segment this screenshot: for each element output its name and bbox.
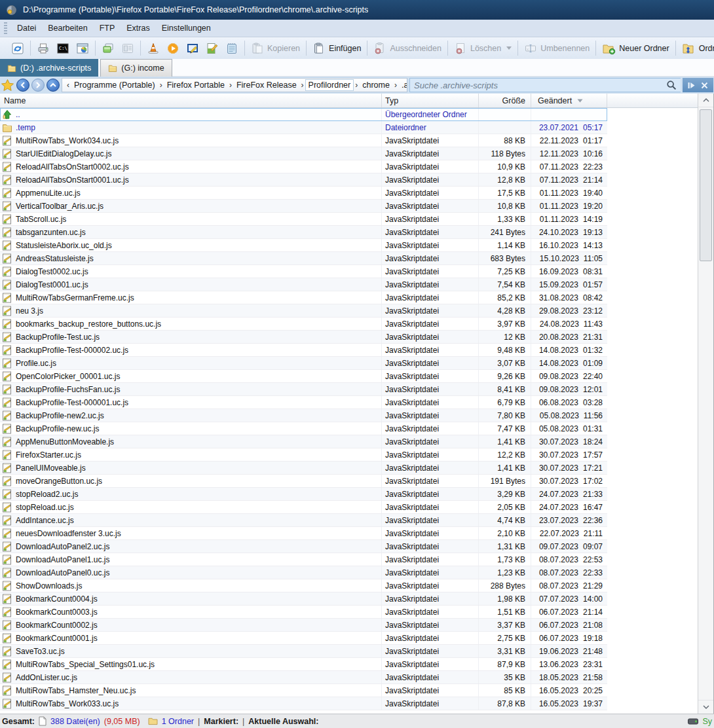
- folder-tab[interactable]: (G:) income: [100, 59, 172, 77]
- delete-dropdown-icon[interactable]: [506, 46, 512, 50]
- clear-search-icon[interactable]: [701, 82, 708, 89]
- file-row[interactable]: neu 3.js JavaSkriptdatei 4,28 KB 29.08.2…: [0, 304, 698, 318]
- edit-page-button[interactable]: [202, 39, 222, 57]
- breadcrumb-segment[interactable]: Profilordner: [305, 79, 354, 91]
- search-input[interactable]: Suche .archive-scripts: [409, 78, 681, 92]
- column-header-modified[interactable]: Geändert: [531, 94, 607, 107]
- menu-bearbeiten[interactable]: Bearbeiten: [42, 22, 93, 35]
- vlc-button[interactable]: [143, 39, 163, 57]
- file-row[interactable]: .. Übergeordneter Ordner: [0, 108, 698, 121]
- notes-button[interactable]: [222, 39, 242, 57]
- menu-datei[interactable]: Datei: [11, 22, 42, 35]
- file-row[interactable]: FirefoxStarter.uc.js JavaSkriptdatei 12,…: [0, 448, 698, 462]
- column-header-name[interactable]: Name: [0, 94, 382, 107]
- breadcrumb-segment[interactable]: .archive-scripts: [398, 79, 407, 91]
- file-row[interactable]: DownloadAutoPanel0.uc.js JavaSkriptdatei…: [0, 566, 698, 579]
- breadcrumb-segment[interactable]: chrome: [359, 79, 393, 91]
- folder-tab[interactable]: (D:) .archive-scripts: [0, 59, 98, 77]
- file-size: 3,97 KB: [479, 318, 531, 330]
- file-row[interactable]: stopReload2.uc.js JavaSkriptdatei 3,29 K…: [0, 488, 698, 501]
- file-row[interactable]: BackupProfile-FuchsFan.uc.js JavaSkriptd…: [0, 383, 698, 396]
- file-row[interactable]: BackupProfile-Test-000002.uc.js JavaSkri…: [0, 344, 698, 357]
- file-row[interactable]: BookmarkCount0002.js JavaSkriptdatei 3,3…: [0, 619, 698, 632]
- file-row[interactable]: BookmarkCount0004.js JavaSkriptdatei 1,9…: [0, 592, 698, 606]
- file-row[interactable]: VerticalToolbar_Aris.uc.js JavaSkriptdat…: [0, 200, 698, 213]
- file-row[interactable]: tabsganzunten.uc.js JavaSkriptdatei 241 …: [0, 226, 698, 239]
- screen-edit-button[interactable]: [183, 39, 202, 57]
- column-header-size[interactable]: Größe: [479, 94, 531, 107]
- menu-einstellungen[interactable]: Einstellungen: [156, 22, 217, 35]
- file-row[interactable]: DialogTest0001.uc.js JavaSkriptdatei 7,5…: [0, 278, 698, 291]
- file-row[interactable]: MultiRowTabs_Work034.uc.js JavaSkriptdat…: [0, 134, 698, 147]
- search-icon[interactable]: [666, 80, 677, 90]
- file-row[interactable]: moveOrangeButton.uc.js JavaSkriptdatei 1…: [0, 475, 698, 488]
- favorites-star-icon[interactable]: [1, 79, 14, 92]
- menu-ftp[interactable]: FTP: [94, 22, 121, 35]
- file-time: 21:11: [584, 529, 603, 538]
- scroll-up-button[interactable]: [698, 94, 713, 107]
- print-button[interactable]: [33, 39, 53, 57]
- paste-button[interactable]: Einfügen: [309, 39, 364, 57]
- file-row[interactable]: bookmarks_backup_restore_buttons.uc.js J…: [0, 318, 698, 331]
- scroll-down-button[interactable]: [698, 700, 713, 714]
- sync-button[interactable]: [8, 39, 28, 57]
- file-row[interactable]: DownloadAutoPanel1.uc.js JavaSkriptdatei…: [0, 553, 698, 566]
- file-row[interactable]: DownloadAutoPanel2.uc.js JavaSkriptdatei…: [0, 540, 698, 553]
- file-row[interactable]: MultiRowTabsGermanFreme.uc.js JavaSkript…: [0, 291, 698, 304]
- layers-button[interactable]: [98, 39, 118, 57]
- file-row[interactable]: TabScroll.uc.js JavaSkriptdatei 1,33 KB …: [0, 213, 698, 226]
- file-date: 05.08.2023: [540, 411, 579, 420]
- file-row[interactable]: SaveTo3.uc.js JavaSkriptdatei 3,31 KB 19…: [0, 645, 698, 658]
- resume-filter-icon[interactable]: [688, 82, 695, 89]
- file-row[interactable]: BookmarkCount0001.js JavaSkriptdatei 2,7…: [0, 632, 698, 645]
- file-row[interactable]: AppmenuLite.uc.js JavaSkriptdatei 17,5 K…: [0, 187, 698, 200]
- file-row[interactable]: .temp Dateiordner 23.07.2021 05:17: [0, 121, 698, 134]
- file-row[interactable]: MultiRowTabs_Work033.uc.js JavaSkriptdat…: [0, 697, 698, 710]
- folder-sizes-button[interactable]: Ordnergrößen: [679, 39, 714, 57]
- file-row[interactable]: neuesDownloadfenster 3.uc.js JavaSkriptd…: [0, 527, 698, 540]
- file-row[interactable]: AddIntance.uc.js JavaSkriptdatei 4,74 KB…: [0, 514, 698, 527]
- file-row[interactable]: stopReload.uc.js JavaSkriptdatei 2,05 KB…: [0, 501, 698, 514]
- file-row[interactable]: OpenColorPicker_00001.uc.js JavaSkriptda…: [0, 370, 698, 383]
- file-size: 3,31 KB: [479, 645, 531, 657]
- file-row[interactable]: BookmarkCount0003.js JavaSkriptdatei 1,5…: [0, 606, 698, 619]
- browser-button[interactable]: [73, 39, 92, 57]
- file-row[interactable]: AppMenuButtonMoveable.js JavaSkriptdatei…: [0, 435, 698, 448]
- file-row[interactable]: ReloadAllTabsOnStart0002.uc.js JavaSkrip…: [0, 160, 698, 173]
- file-row[interactable]: MultiRowTabs_Hamster_Neu.uc.js JavaSkrip…: [0, 684, 698, 697]
- column-header-type[interactable]: Typ: [382, 94, 479, 107]
- javascript-file-icon: [2, 358, 12, 369]
- file-type-icon: [2, 162, 12, 172]
- file-row[interactable]: BackupProfile-Test.uc.js JavaSkriptdatei…: [0, 331, 698, 344]
- menu-drag-handle[interactable]: [4, 22, 7, 34]
- file-time: 17:57: [583, 450, 603, 460]
- file-row[interactable]: MultiRowTabs_Special_Settings01.uc.js Ja…: [0, 658, 698, 671]
- file-row[interactable]: BackupProfile-new2.uc.js JavaSkriptdatei…: [0, 409, 698, 422]
- breadcrumb-overflow-chevron-icon[interactable]: ‹: [66, 81, 70, 90]
- file-row[interactable]: AndreasStatusleiste.js JavaSkriptdatei 6…: [0, 252, 698, 265]
- scrollbar-thumb[interactable]: [700, 109, 712, 261]
- play-button[interactable]: [163, 39, 183, 57]
- vertical-scrollbar[interactable]: [698, 94, 714, 714]
- back-button[interactable]: [16, 79, 29, 92]
- file-row[interactable]: ShowDownloads.js JavaSkriptdatei 288 Byt…: [0, 579, 698, 592]
- file-row[interactable]: BackupProfile-new.uc.js JavaSkriptdatei …: [0, 422, 698, 435]
- file-row[interactable]: DialogTest0002.uc.js JavaSkriptdatei 7,2…: [0, 265, 698, 278]
- file-row[interactable]: Profile.uc.js JavaSkriptdatei 3,07 KB 14…: [0, 357, 698, 370]
- breadcrumb-segment[interactable]: FireFox Release: [233, 79, 300, 91]
- breadcrumb-segment[interactable]: Firefox Portable: [164, 79, 228, 91]
- up-button[interactable]: [47, 79, 60, 92]
- breadcrumb-segment[interactable]: Programme (Portable): [71, 79, 159, 91]
- new-folder-button[interactable]: Neuer Ordner: [599, 39, 672, 57]
- file-row[interactable]: AddOnLister.uc.js JavaSkriptdatei 35 KB …: [0, 671, 698, 684]
- menu-extras[interactable]: Extras: [121, 22, 155, 35]
- file-type-icon: [2, 214, 12, 225]
- file-size: 191 Bytes: [479, 475, 531, 487]
- file-row[interactable]: ReloadAllTabsOnStart0001.uc.js JavaSkrip…: [0, 173, 698, 187]
- file-row[interactable]: PanelUIMoveable.js JavaSkriptdatei 1,41 …: [0, 462, 698, 475]
- file-row[interactable]: StatusleisteAborix.uc_old.js JavaSkriptd…: [0, 239, 698, 252]
- file-row[interactable]: BackupProfile-Test-000001.uc.js JavaSkri…: [0, 396, 698, 409]
- command-prompt-button[interactable]: C:\: [53, 39, 73, 57]
- panel-button[interactable]: [118, 39, 138, 57]
- file-row[interactable]: StarUIEditDialogDelay.uc.js JavaSkriptda…: [0, 147, 698, 160]
